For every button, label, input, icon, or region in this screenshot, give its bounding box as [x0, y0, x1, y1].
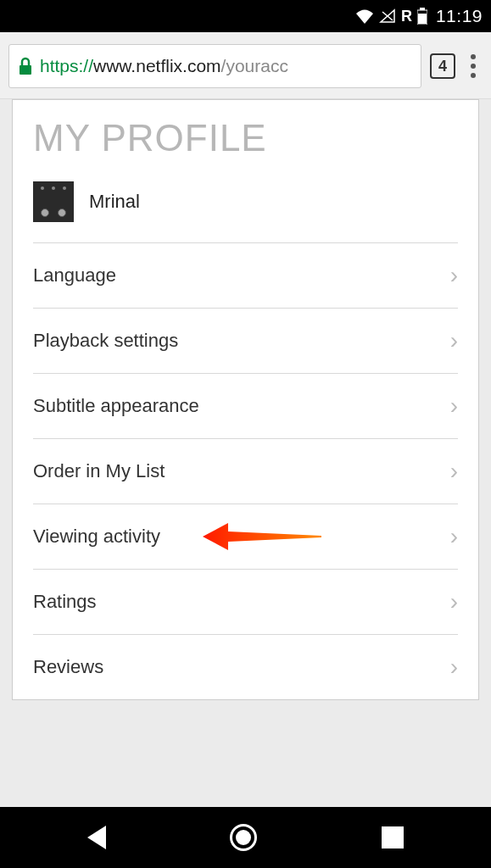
- profile-header: Mrinal: [33, 181, 458, 243]
- home-button[interactable]: [230, 824, 257, 851]
- menu-item-label: Viewing activity: [33, 526, 160, 548]
- menu-item-label: Reviews: [33, 656, 103, 678]
- menu-item-playback-settings[interactable]: Playback settings›: [33, 309, 458, 374]
- url-protocol: https://: [40, 56, 93, 76]
- menu-item-language[interactable]: Language›: [33, 243, 458, 309]
- menu-item-subtitle-appearance[interactable]: Subtitle appearance›: [33, 374, 458, 439]
- chevron-right-icon: ›: [450, 588, 458, 615]
- signal-icon: [379, 8, 396, 24]
- tabs-button[interactable]: 4: [430, 53, 455, 79]
- wifi-icon: [355, 8, 374, 24]
- chevron-right-icon: ›: [450, 392, 458, 420]
- chevron-right-icon: ›: [450, 327, 458, 354]
- chevron-right-icon: ›: [450, 458, 458, 485]
- svg-rect-4: [20, 65, 31, 75]
- status-clock: 11:19: [436, 6, 483, 26]
- annotation-arrow-icon: [203, 520, 321, 554]
- browser-omnibox-bar: https://www.netflix.com/youracc 4: [0, 32, 491, 99]
- menu-item-reviews[interactable]: Reviews›: [33, 635, 458, 699]
- profile-panel: MY PROFILE Mrinal Language›Playback sett…: [12, 99, 479, 700]
- android-nav-bar: [0, 807, 491, 868]
- tabs-count: 4: [438, 58, 447, 75]
- menu-item-label: Order in My List: [33, 460, 165, 482]
- menu-item-label: Playback settings: [33, 330, 178, 352]
- profile-name: Mrinal: [89, 191, 140, 213]
- back-button[interactable]: [87, 826, 106, 849]
- overflow-menu-button[interactable]: [464, 53, 483, 80]
- menu-dot-icon: [471, 73, 476, 78]
- url-host: www.netflix.com: [93, 56, 221, 76]
- status-bar: R 11:19: [0, 0, 491, 32]
- menu-item-label: Ratings: [33, 591, 97, 613]
- avatar: [33, 181, 74, 222]
- menu-item-label: Language: [33, 264, 116, 287]
- recent-apps-button[interactable]: [382, 826, 404, 849]
- settings-menu: Language›Playback settings›Subtitle appe…: [33, 243, 458, 699]
- menu-item-order-in-my-list[interactable]: Order in My List›: [33, 439, 458, 504]
- menu-dot-icon: [471, 54, 476, 59]
- page-title: MY PROFILE: [33, 117, 458, 159]
- chevron-right-icon: ›: [450, 654, 458, 681]
- page-content: MY PROFILE Mrinal Language›Playback sett…: [0, 99, 491, 700]
- url-path: /youracc: [221, 56, 288, 76]
- battery-icon: [417, 8, 427, 25]
- svg-rect-3: [418, 14, 427, 24]
- url-bar[interactable]: https://www.netflix.com/youracc: [8, 44, 421, 88]
- status-icons: R 11:19: [355, 6, 483, 26]
- menu-item-viewing-activity[interactable]: Viewing activity›: [33, 504, 458, 570]
- lock-icon: [18, 57, 33, 75]
- menu-item-ratings[interactable]: Ratings›: [33, 570, 458, 635]
- menu-dot-icon: [471, 64, 476, 69]
- chevron-right-icon: ›: [450, 262, 458, 289]
- menu-item-label: Subtitle appearance: [33, 395, 199, 417]
- chevron-right-icon: ›: [450, 523, 458, 550]
- roaming-indicator: R: [401, 8, 412, 25]
